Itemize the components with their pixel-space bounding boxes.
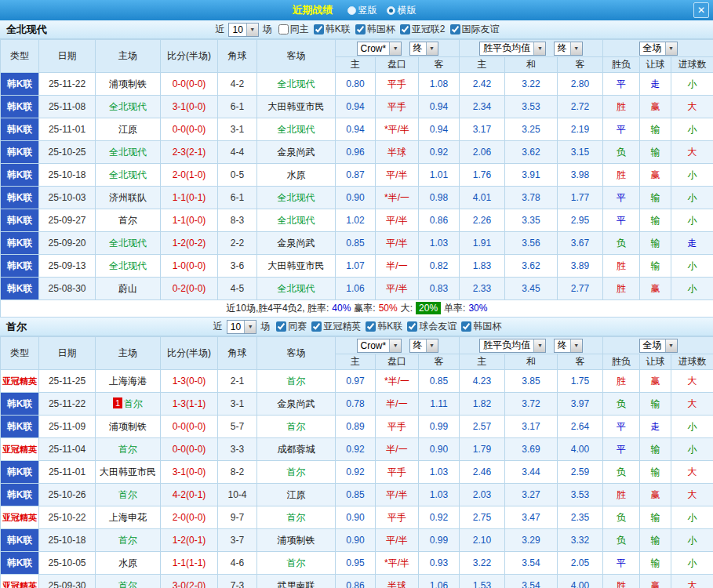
away-team-cell[interactable]: 首尔 [257,461,336,484]
home-team-cell[interactable]: 浦项制铁 [96,416,161,438]
checkbox-input[interactable] [314,24,324,34]
score-cell[interactable]: 4-2(0-1) [161,484,218,506]
home-team-cell[interactable]: 全北现代 [96,164,161,187]
away-team-cell[interactable]: 全北现代 [257,187,336,209]
layout-vertical-radio[interactable]: 竖版 [347,4,377,17]
filter-checkbox[interactable]: 球会友谊 [407,320,457,333]
euro-avg-select[interactable]: 胜平负均值▼ [479,42,546,56]
checkbox-input[interactable] [276,321,286,332]
away-team-cell[interactable]: 大田韩亚市民 [257,96,336,118]
away-team-cell[interactable]: 江原 [257,484,336,506]
score-cell[interactable]: 1-0(0-0) [161,255,218,278]
home-team-cell[interactable]: 首尔 [96,529,161,552]
score-cell[interactable]: 3-0(2-0) [161,575,218,588]
score-cell[interactable]: 2-3(2-1) [161,141,218,164]
checkbox-input[interactable] [407,321,417,332]
score-cell[interactable]: 2-0(0-0) [161,506,218,529]
checkbox-input[interactable] [400,24,410,34]
score-cell[interactable]: 0-0(0-0) [161,118,218,141]
checkbox-input[interactable] [355,24,366,34]
away-team-cell[interactable]: 成都蓉城 [257,438,336,461]
score-cell[interactable]: 1-2(0-1) [161,529,218,552]
score-cell[interactable]: 3-1(0-0) [161,96,218,118]
checkbox-input[interactable] [311,321,322,332]
away-team-cell[interactable]: 首尔 [257,552,336,575]
filter-checkbox[interactable]: 同赛 [276,320,307,333]
away-team-cell[interactable]: 大田韩亚市民 [257,255,336,278]
asia-final-select[interactable]: 终▼ [409,339,438,353]
score-cell[interactable]: 2-0(1-0) [161,164,218,187]
score-cell[interactable]: 1-2(0-2) [161,232,218,255]
home-team-cell[interactable]: 济州联队 [96,187,161,209]
scope-select[interactable]: 全场▼ [639,42,678,56]
score-cell[interactable]: 0-0(0-0) [161,416,218,438]
games-count-select[interactable]: 10 ▼ [227,320,256,334]
away-team-cell[interactable]: 金泉尚武 [257,232,336,255]
filter-checkbox[interactable]: 韩K联 [314,23,351,36]
scope-select[interactable]: 全场▼ [639,339,678,353]
close-button[interactable]: ✕ [693,2,709,18]
checkbox-input[interactable] [366,321,376,332]
home-team-cell[interactable]: 水原 [96,552,161,575]
home-team-cell[interactable]: 上海海港 [96,370,161,393]
filter-checkbox[interactable]: 同主 [278,23,309,36]
odds-company-select[interactable]: Crow*▼ [357,42,402,56]
away-team-cell[interactable]: 武里南联 [257,575,336,588]
away-team-cell[interactable]: 全北现代 [257,118,336,141]
away-team-cell[interactable]: 金泉尚武 [257,393,336,416]
score-cell[interactable]: 0-2(0-0) [161,278,218,300]
home-team-cell[interactable]: 全北现代 [96,255,161,278]
euro-away-odds: 3.98 [558,164,603,187]
away-team-cell[interactable]: 全北现代 [257,209,336,232]
home-team-cell[interactable]: 1首尔 [96,393,161,416]
odds-company-select[interactable]: Crow*▼ [357,339,402,353]
away-team-cell[interactable]: 全北现代 [257,73,336,96]
score-cell[interactable]: 1-1(0-0) [161,209,218,232]
home-team-cell[interactable]: 上海申花 [96,506,161,529]
checkbox-input[interactable] [450,24,460,34]
away-team-cell[interactable]: 首尔 [257,416,336,438]
home-team-cell[interactable]: 江原 [96,118,161,141]
filter-checkbox[interactable]: 亚冠精英 [311,320,361,333]
layout-horizontal-radio[interactable]: 横版 [387,4,417,17]
checkbox-input[interactable] [278,24,289,34]
euro-final-select[interactable]: 终▼ [554,339,583,353]
away-team-cell[interactable]: 浦项制铁 [257,529,336,552]
home-team-cell[interactable]: 浦项制铁 [96,73,161,96]
home-team-cell[interactable]: 全北现代 [96,232,161,255]
home-team-cell[interactable]: 首尔 [96,438,161,461]
score-cell[interactable]: 0-0(0-0) [161,73,218,96]
home-team-cell[interactable]: 全北现代 [96,141,161,164]
checkbox-input[interactable] [461,321,471,332]
league-cell: 亚冠精英 [1,370,39,393]
filter-checkbox[interactable]: 亚冠联2 [400,23,446,36]
score-cell[interactable]: 1-1(0-1) [161,187,218,209]
filter-checkbox[interactable]: 国际友谊 [450,23,500,36]
asia-final-select[interactable]: 终▼ [409,42,438,56]
corner-cell: 2-1 [218,370,257,393]
home-team-cell[interactable]: 首尔 [96,575,161,588]
home-team-cell[interactable]: 首尔 [96,209,161,232]
score-cell[interactable]: 3-1(0-0) [161,461,218,484]
score-cell[interactable]: 1-3(0-0) [161,370,218,393]
euro-final-select[interactable]: 终▼ [554,42,583,56]
filter-checkbox[interactable]: 韩K联 [366,320,402,333]
away-team-cell[interactable]: 全北现代 [257,278,336,300]
score-cell[interactable]: 1-3(1-1) [161,393,218,416]
away-team-cell[interactable]: 首尔 [257,506,336,529]
score-cell[interactable]: 1-1(1-1) [161,552,218,575]
euro-avg-select[interactable]: 胜平负均值▼ [479,339,546,353]
away-team-cell[interactable]: 水原 [257,164,336,187]
score-cell[interactable]: 0-0(0-0) [161,438,218,461]
home-team-cell[interactable]: 大田韩亚市民 [96,461,161,484]
home-team-cell[interactable]: 全北现代 [96,96,161,118]
match-row: 韩K联25-10-18全北现代2-0(1-0)0-5水原0.87平/半1.011… [1,164,713,187]
filter-checkbox[interactable]: 韩国杯 [355,23,395,36]
away-team-cell[interactable]: 金泉尚武 [257,141,336,164]
away-team-cell[interactable]: 首尔 [257,370,336,393]
home-team-cell[interactable]: 首尔 [96,484,161,506]
filter-checkbox[interactable]: 韩国杯 [461,320,501,333]
games-count-select[interactable]: 10 ▼ [228,23,258,37]
result-handicap: 赢 [640,484,671,506]
home-team-cell[interactable]: 蔚山 [96,278,161,300]
